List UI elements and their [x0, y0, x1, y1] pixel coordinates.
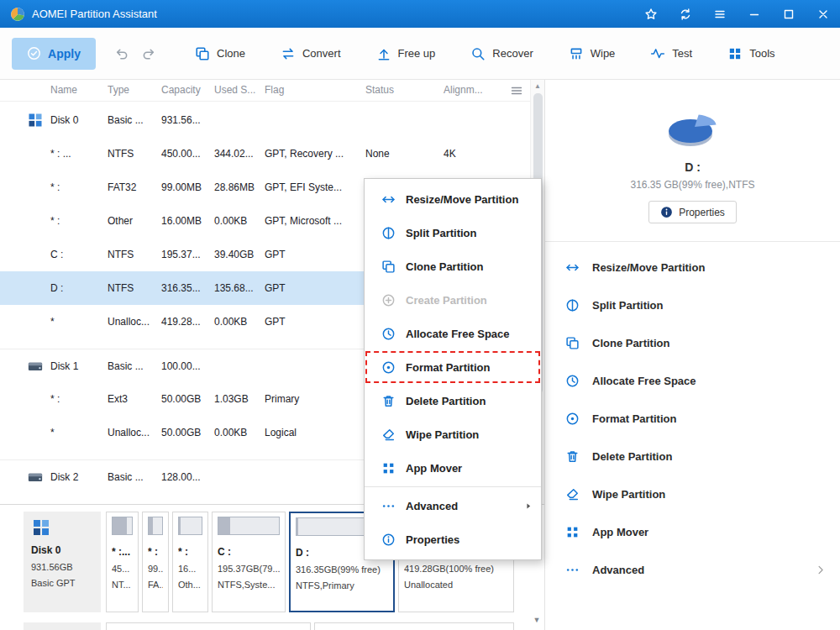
menu-separator [365, 486, 541, 487]
cell-used: 0.00KB [214, 215, 247, 227]
column-options-icon[interactable] [510, 84, 523, 97]
app-logo-icon [10, 7, 25, 22]
advanced-icon [565, 563, 580, 577]
column-header-capacity[interactable]: Capacity [161, 84, 201, 96]
undo-button[interactable] [114, 46, 129, 61]
context-menu: Resize/Move PartitionSplit PartitionClon… [364, 178, 542, 560]
cell-type: Basic ... [108, 114, 144, 126]
disk-map-row2-sliver [314, 622, 514, 630]
disk-style: Basic GPT [31, 578, 93, 588]
refresh-icon[interactable] [679, 8, 692, 21]
minimize-button[interactable] [748, 8, 761, 21]
column-header-used[interactable]: Used S... [214, 84, 255, 96]
partition-fs: FA... [148, 580, 163, 590]
cell-capacity: 50.00GB [161, 427, 201, 438]
panel-action-label: Clone Partition [592, 337, 669, 349]
disk-map-block[interactable]: * :16...Oth... [172, 512, 208, 612]
panel-action-clone-partition[interactable]: Clone Partition [545, 324, 840, 362]
disk-map-block[interactable]: * :...45...NT... [106, 512, 139, 612]
table-row[interactable]: * : ...NTFS450.00...344.02...GPT, Recove… [0, 137, 530, 171]
cell-capacity: 316.35... [161, 282, 201, 294]
cell-flag: GPT, EFI Syste... [265, 181, 342, 193]
toolbar-button-wipe[interactable]: Wipe [569, 46, 616, 61]
titlebar-actions [644, 8, 830, 21]
cell-capacity: 99.00MB [161, 181, 202, 193]
cell-used: 0.00KB [214, 316, 247, 328]
cell-alignment: 4K [444, 148, 456, 160]
context-menu-item-wipe-partition[interactable]: Wipe Partition [365, 417, 541, 451]
cell-type: NTFS [108, 249, 134, 260]
toolbar-button-free-up[interactable]: Free up [376, 46, 436, 61]
toolbar-button-clone[interactable]: Clone [195, 46, 245, 61]
toolbar-button-tools[interactable]: Tools [727, 46, 774, 61]
column-header-status[interactable]: Status [365, 84, 394, 96]
context-menu-item-app-mover[interactable]: App Mover [365, 451, 541, 485]
disk-map-block[interactable]: C :195.37GB(79...NTFS,Syste... [212, 512, 286, 612]
scroll-down-icon[interactable]: ▼ [531, 616, 543, 624]
cell-name: * [50, 427, 55, 438]
partition-used-fill [179, 517, 181, 534]
toolbar-button-test[interactable]: Test [650, 46, 692, 61]
panel-action-split-partition[interactable]: Split Partition [545, 286, 840, 324]
table-row[interactable]: Disk 0Basic ...931.56... [0, 103, 530, 137]
context-menu-item-delete-partition[interactable]: Delete Partition [365, 384, 541, 417]
check-circle-icon [27, 46, 41, 60]
panel-action-advanced[interactable]: Advanced [545, 551, 840, 589]
partition-used-fill [218, 517, 230, 534]
context-menu-item-resize-move-partition[interactable]: Resize/Move Partition [365, 182, 541, 216]
resize-move-icon [381, 192, 396, 207]
close-button[interactable] [816, 8, 830, 21]
selected-partition-name: D : [545, 160, 840, 174]
panel-action-allocate-free-space[interactable]: Allocate Free Space [545, 362, 840, 400]
disk-map-block[interactable]: * :99...FA... [142, 512, 169, 612]
toolbar-button-convert[interactable]: Convert [281, 46, 341, 61]
panel-action-wipe-partition[interactable]: Wipe Partition [545, 475, 840, 513]
properties-button[interactable]: Properties [648, 201, 737, 223]
favorite-star-icon[interactable] [644, 8, 658, 21]
context-menu-item-allocate-free-space[interactable]: Allocate Free Space [365, 317, 541, 350]
properties-icon [381, 533, 396, 547]
panel-action-app-mover[interactable]: App Mover [545, 513, 840, 551]
scroll-up-icon[interactable]: ▲ [531, 80, 544, 93]
cell-name: Disk 1 [50, 360, 78, 372]
menu-item-label: Allocate Free Space [406, 328, 510, 340]
maximize-button[interactable] [782, 8, 795, 21]
menu-item-label: Resize/Move Partition [406, 193, 518, 206]
cell-type: Unalloc... [108, 316, 150, 328]
column-header-type[interactable]: Type [108, 84, 129, 96]
redo-button[interactable] [141, 46, 156, 61]
cell-capacity: 16.00MB [161, 215, 202, 227]
context-menu-item-properties[interactable]: Properties [365, 522, 541, 556]
partition-fs: NTFS,Primary [296, 580, 388, 591]
context-menu-item-split-partition[interactable]: Split Partition [365, 216, 541, 249]
format-icon [381, 360, 396, 375]
toolbar-button-label: Test [672, 47, 692, 60]
cell-name: * [50, 316, 55, 328]
menu-item-label: Create Partition [406, 294, 487, 307]
toolbar-button-recover[interactable]: Recover [470, 46, 533, 61]
disk-map-disk-label[interactable]: Disk 0931.56GBBasic GPT [24, 512, 101, 612]
test-icon [650, 46, 665, 61]
context-menu-item-format-partition[interactable]: Format Partition [365, 350, 541, 384]
cell-status: None [365, 148, 390, 160]
advanced-icon [381, 499, 396, 513]
partition-used-fill [149, 517, 153, 534]
wipe-partition-icon [381, 428, 396, 442]
app-title: AOMEI Partition Assistant [32, 8, 157, 20]
context-menu-item-advanced[interactable]: Advanced [365, 489, 541, 522]
cell-capacity: 450.00... [161, 148, 201, 160]
panel-action-delete-partition[interactable]: Delete Partition [545, 438, 840, 475]
apply-button[interactable]: Apply [12, 38, 96, 70]
hamburger-menu-icon[interactable] [713, 8, 727, 21]
panel-action-format-partition[interactable]: Format Partition [545, 400, 840, 438]
panel-action-label: Allocate Free Space [592, 375, 696, 387]
app-window: AOMEI Partition Assistant Apply CloneCon… [0, 0, 840, 630]
column-header-alignment[interactable]: Alignm... [444, 84, 483, 96]
cell-flag: GPT [265, 316, 286, 328]
cell-name: C : [50, 249, 63, 260]
column-header-name[interactable]: Name [50, 84, 77, 96]
column-header-flag[interactable]: Flag [265, 84, 284, 96]
panel-action-resize-move-partition[interactable]: Resize/Move Partition [545, 249, 840, 286]
partition-fs: NT... [112, 580, 133, 590]
context-menu-item-clone-partition[interactable]: Clone Partition [365, 249, 541, 283]
